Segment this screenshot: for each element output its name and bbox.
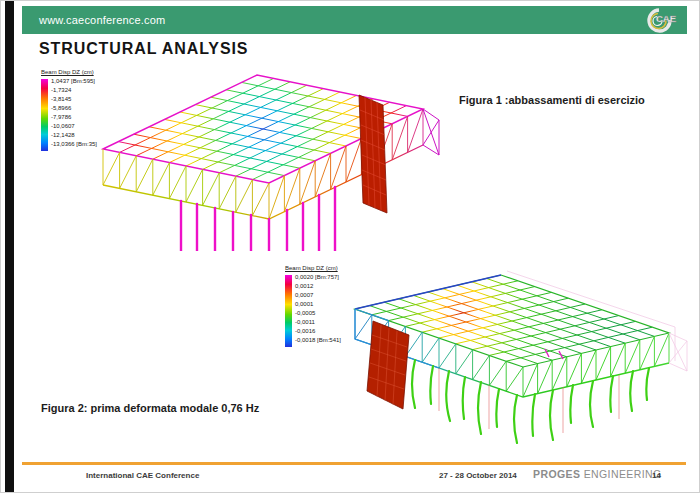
logo-text: CAE — [656, 13, 676, 24]
shear-panel — [367, 321, 409, 409]
footer-date: 27 - 28 October 2014 — [439, 471, 517, 480]
footer-rule — [22, 462, 686, 465]
legend-title: Beam Disp DZ (cm) — [285, 265, 341, 271]
footer-company-suffix: ENGINEERING — [580, 468, 661, 480]
figure2-caption: Figura 2: prima deformata modale 0,76 Hz — [41, 402, 259, 414]
page-title: STRUCTURAL ANALYSIS — [39, 40, 248, 58]
cae-conference-logo-icon: CAE — [645, 7, 677, 34]
legend-value: 0,0012 — [295, 282, 341, 291]
footer-company: PROGES ENGINEERING — [533, 468, 662, 480]
truss-right-end-box — [423, 109, 439, 155]
footer-page-number: 14 — [652, 471, 661, 480]
fea-model-figure2 — [349, 261, 689, 447]
header-bar: www.caeconference.com CAE — [22, 6, 687, 34]
site-url: www.caeconference.com — [39, 6, 165, 34]
fea-model-figure1 — [89, 65, 441, 251]
slide: www.caeconference.com CAE STRUCTURAL ANA… — [0, 0, 700, 493]
legend-value: -0,0016 — [295, 327, 341, 336]
legend-colorbar — [41, 79, 48, 151]
legend-colorbar — [285, 275, 292, 347]
figure2-legend: Beam Disp DZ (cm) 0,0020 [Bm:757] 0,0012… — [285, 265, 341, 347]
legend-value: -0,0018 [Bm:541] — [295, 336, 341, 345]
pile-columns — [181, 187, 335, 251]
footer-conference-name: International CAE Conference — [86, 471, 199, 480]
blue-edge-members — [355, 275, 501, 309]
legend-value: -0,0005 — [295, 309, 341, 318]
footer-company-name: PROGES — [533, 468, 580, 480]
legend-value: 0,0001 — [295, 300, 341, 309]
legend-value: -0,0011 — [295, 318, 341, 327]
legend-value: 0,0007 — [295, 291, 341, 300]
shear-panel — [359, 95, 387, 213]
slide-left-black-bar — [5, 1, 14, 493]
legend-value: 0,0020 [Bm:757] — [295, 273, 341, 282]
figure1-caption: Figura 1 :abbassamenti di esercizio — [459, 94, 645, 106]
